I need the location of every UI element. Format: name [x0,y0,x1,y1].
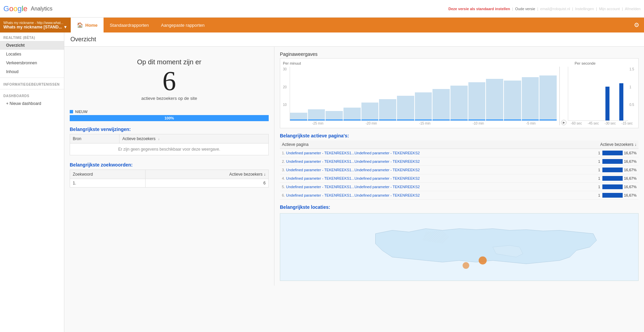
count-value: 1 [598,185,600,189]
account-link[interactable]: Mijn account [599,7,620,11]
settings-link[interactable]: Instellingen [575,7,594,11]
old-version-link[interactable]: Oude versie [515,7,535,11]
nav-tabs: 🏠 Home Standaardrapporten Aangepaste rap… [71,18,210,32]
logo: Google Analytics [3,4,52,13]
table-row: 6. Undefined parameter - TEKENREEKS1...U… [280,191,639,200]
page-link[interactable]: Undefined parameter - TEKENREEKS1...Unde… [286,176,420,180]
page-link[interactable]: Undefined parameter - TEKENREEKS1...Unde… [286,193,420,197]
bar-cell: 1 16,67% [558,176,637,181]
page-link[interactable]: Undefined parameter - TEKENREEKS1...Unde… [286,151,420,155]
locations-title: Belangrijkste locaties: [280,204,639,210]
count-value: 1 [598,151,600,155]
active-visitors-label: actieve bezoekers op de site [73,96,265,101]
page-num: 4. Undefined parameter - TEKENREEKS1...U… [280,174,556,183]
mini-bar [602,159,623,164]
sidebar-section-realtime[interactable]: REALTIME (BÈTA) [0,32,64,41]
email-display: email@robquist.nl [540,7,570,11]
home-icon: 🏠 [77,22,83,28]
sidebar-item-traffic-sources[interactable]: Verkeersbronnen [0,59,64,67]
bar-col [397,96,414,119]
pct-text: 16,67% [624,176,637,180]
table-row: 3. Undefined parameter - TEKENREEKS1...U… [280,166,639,174]
kw-row-num: 1. [70,179,146,187]
bar-cell: 1 16,67% [558,159,637,164]
no-data-msg: Er zijn geen gegevens beschikbaar voor d… [70,143,269,155]
y-axis-right-labels: 1.5 1 0.5 [628,67,636,121]
content-area: Overzicht Op dit moment zijn er 6 actiev… [64,32,644,332]
page-link[interactable]: Undefined parameter - TEKENREEKS1...Unde… [286,168,420,172]
sidebar-item-new-dashboard[interactable]: + Nieuw dashboard [0,99,64,108]
bar-col [522,77,539,119]
chart-left: 30 20 10 [283,67,560,125]
gear-icon[interactable]: ⚙ [629,21,644,29]
bar-cell: 1 16,67% [558,151,637,155]
chart-container: Per minuut Per seconde 30 20 10 [280,58,639,128]
right-panel: Paginaweergaves Per minuut Per seconde [274,47,644,286]
page-num: 6. Undefined parameter - TEKENREEKS1...U… [280,191,556,200]
referrals-col-source: Bron [70,134,119,143]
sidebar-item-content[interactable]: Inhoud [0,67,64,76]
progress-label: NIEUW [70,110,269,114]
set-standard-link[interactable]: Deze versie als standaard instellen [448,7,510,11]
chart-expand-icon[interactable]: ▶ [561,120,567,125]
mini-bar [602,151,623,155]
kw-col-visitors: Actieve bezoekers ↓ [146,170,269,179]
content-header: Overzicht [64,32,644,47]
active-pages-col-page: Actieve pagina [280,140,556,149]
bar-col [326,111,343,119]
bar-col [432,89,450,119]
chart-arrow: ▶ [560,120,568,125]
progress-bar-fill: 100% [70,115,269,121]
bar-cell: 1 16,67% [558,193,637,198]
sort-icon: ↓ [635,142,637,147]
sidebar-item-overview[interactable]: Overzicht [0,41,64,50]
active-visitors-intro: Op dit moment zijn er [73,58,265,66]
active-pages-col-visitors: Actieve bezoekers ↓ [556,140,639,149]
count-value: 1 [598,193,600,197]
sidebar-section-info-events[interactable]: INFORMATIEGEBEURTENISSEN [0,79,64,88]
kw-col-keyword: Zoekwoord [70,170,146,179]
referrals-table: Bron Actieve bezoekers ↓ Er zijn geen ge… [70,134,269,155]
y-axis-labels: 30 20 10 [283,67,290,121]
chart-area: 30 20 10 [283,67,636,125]
logout-link[interactable]: Afmelden [625,7,641,11]
referrals-col-visitors: Actieve bezoekers ↓ [119,134,269,143]
sidebar-item-locations[interactable]: Locaties [0,50,64,59]
bar-col [486,79,503,119]
bar-col [308,109,325,119]
x-axis-labels: -25 min -20 min -15 min -10 min -5 min [291,121,557,125]
account-name: Whats my nickname [STAND... ▼ [3,25,67,29]
progress-bar-bg: 100% [70,115,269,121]
bar-col [450,86,468,119]
per-sec-bar [619,83,623,120]
bar-cell: 1 16,67% [558,168,637,172]
tab-home[interactable]: 🏠 Home [71,18,104,32]
analytics-label: Analytics [31,6,52,12]
per-sec-bars [568,67,628,121]
main-grid: Op dit moment zijn er 6 actieve bezoeker… [64,47,644,286]
tab-custom-reports[interactable]: Aangepaste rapporten [155,18,211,32]
sidebar-section-dashboards[interactable]: DASHBOARDS [0,91,64,99]
sidebar: REALTIME (BÈTA) Overzicht Locaties Verke… [0,32,64,332]
bar-col [468,82,486,119]
active-visitors-count: 6 [73,67,265,94]
bar-col [415,92,432,119]
page-link[interactable]: Undefined parameter - TEKENREEKS1...Unde… [286,159,420,163]
count-value: 1 [598,159,600,163]
table-row: Er zijn geen gegevens beschikbaar voor d… [70,143,269,155]
page-link[interactable]: Undefined parameter - TEKENREEKS1...Unde… [286,185,420,189]
per-sec-bar [605,87,609,120]
tab-standard-reports[interactable]: Standaardrapporten [104,18,155,32]
count-value: 1 [598,176,600,180]
bar-col [379,99,396,119]
mini-bar [602,176,623,181]
bar-col [343,108,361,119]
left-panel: Op dit moment zijn er 6 actieve bezoeker… [64,47,274,286]
page-num: 2. Undefined parameter - TEKENREEKS1...U… [280,157,556,166]
account-url: Whats my nickname - http://www.what... [3,21,67,25]
sort-icon: ↓ [158,137,160,141]
keywords-table: Zoekwoord Actieve bezoekers ↓ 1. 6 [70,170,269,187]
kw-row-value: 6 [146,179,269,187]
active-pages-table: Actieve pagina Actieve bezoekers ↓ 1. Un… [280,140,639,200]
account-selector[interactable]: Whats my nickname - http://www.what... W… [0,18,71,32]
